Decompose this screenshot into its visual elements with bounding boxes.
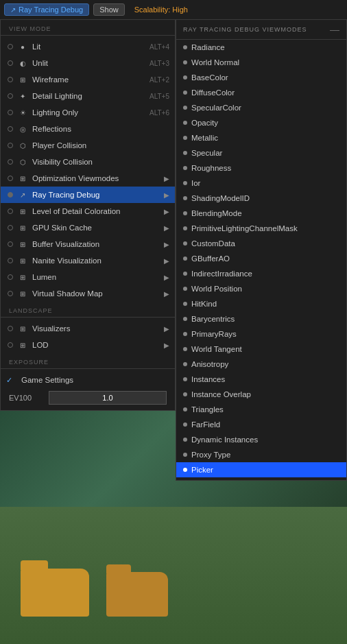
- menu-item-virtual-shadow-map[interactable]: ⊞ Virtual Shadow Map ▶: [1, 285, 175, 302]
- menu-item-optimization-viewmodes[interactable]: ⊞ Optimization Viewmodes ▶: [1, 170, 175, 187]
- nanite-viz-icon: ⊞: [17, 255, 28, 266]
- detail-lighting-shortcut: ALT+5: [149, 93, 169, 100]
- specular-dot: [183, 151, 187, 155]
- right-item-dynamic-instances[interactable]: Dynamic Instances: [176, 432, 346, 447]
- far-field-dot: [183, 422, 187, 427]
- menu-item-lumen[interactable]: ⊞ Lumen ▶: [1, 269, 175, 285]
- primitive-lighting-dot: [183, 226, 187, 230]
- detail-lighting-label: Detail Lighting: [32, 92, 145, 100]
- anisotropy-label: Anisotropy: [191, 360, 228, 368]
- right-item-opacity[interactable]: Opacity: [176, 115, 346, 130]
- menu-item-detail-lighting[interactable]: ✦ Detail Lighting ALT+5: [1, 88, 175, 104]
- specular-color-dot: [183, 106, 187, 110]
- right-item-hit-kind[interactable]: HitKind: [176, 296, 346, 311]
- optimization-icon: ⊞: [17, 173, 28, 184]
- right-item-proxy-type[interactable]: Proxy Type: [176, 447, 346, 462]
- gpu-skin-label: GPU Skin Cache: [32, 224, 157, 232]
- menu-item-game-settings[interactable]: ✓ Game Settings: [1, 372, 175, 388]
- right-item-base-color[interactable]: BaseColor: [176, 70, 346, 85]
- right-item-world-normal[interactable]: World Normal: [176, 55, 346, 70]
- menu-item-buffer-visualization[interactable]: ⊞ Buffer Visualization ▶: [1, 236, 175, 252]
- world-normal-label: World Normal: [191, 58, 239, 67]
- menu-item-unlit[interactable]: ◐ Unlit ALT+3: [1, 55, 175, 71]
- toolbar: ↗ Ray Tracing Debug Show Scalability: Hi…: [0, 0, 347, 19]
- visibility-collision-dot: [8, 159, 13, 165]
- shading-model-label: ShadingModelID: [191, 194, 250, 202]
- ior-dot: [183, 181, 187, 185]
- specular-label: Specular: [191, 149, 222, 157]
- optimization-label: Optimization Viewmodes: [32, 174, 157, 182]
- ev100-input[interactable]: [49, 391, 167, 405]
- right-item-primitive-lighting[interactable]: PrimitiveLightingChannelMask: [176, 221, 346, 236]
- show-button[interactable]: Show: [93, 3, 125, 16]
- dynamic-instances-dot: [183, 438, 187, 442]
- gpu-skin-dot: [8, 225, 13, 230]
- instance-overlap-label: Instance Overlap: [191, 390, 251, 398]
- scene-folder2: [106, 572, 168, 617]
- menu-item-lod[interactable]: ⊞ LOD ▶: [1, 337, 175, 353]
- player-collision-dot: [8, 143, 13, 148]
- right-item-custom-data[interactable]: CustomData: [176, 236, 346, 251]
- right-item-shading-model-id[interactable]: ShadingModelID: [176, 191, 346, 206]
- right-item-specular[interactable]: Specular: [176, 145, 346, 160]
- right-item-picker[interactable]: Picker: [176, 462, 346, 477]
- lod-icon: ⊞: [17, 339, 28, 350]
- world-position-label: World Position: [191, 285, 242, 293]
- reflections-icon: ◎: [17, 123, 28, 134]
- menu-item-visualizers[interactable]: ⊞ Visualizers ▶: [1, 320, 175, 337]
- picker-dot: [183, 468, 187, 472]
- hit-kind-label: HitKind: [191, 300, 217, 308]
- menu-item-reflections[interactable]: ◎ Reflections: [1, 121, 175, 137]
- right-item-blending-mode[interactable]: BlendingMode: [176, 206, 346, 221]
- menu-item-visibility-collision[interactable]: ⬡ Visibility Collision: [1, 154, 175, 170]
- buffer-viz-dot: [8, 241, 13, 247]
- right-item-primary-rays[interactable]: PrimaryRays: [176, 326, 346, 342]
- opacity-dot: [183, 121, 187, 125]
- menu-item-player-collision[interactable]: ⬡ Player Collision: [1, 137, 175, 154]
- exposure-divider: [1, 368, 175, 369]
- menu-item-wireframe[interactable]: ⊞ Wireframe ALT+2: [1, 71, 175, 88]
- triangles-dot: [183, 407, 187, 412]
- right-item-instance-overlap[interactable]: Instance Overlap: [176, 387, 346, 402]
- metallic-label: Metallic: [191, 134, 218, 142]
- menu-item-gpu-skin-cache[interactable]: ⊞ GPU Skin Cache ▶: [1, 219, 175, 236]
- proxy-type-dot: [183, 453, 187, 457]
- right-item-triangles[interactable]: Triangles: [176, 402, 346, 417]
- right-item-diffuse-color[interactable]: DiffuseColor: [176, 85, 346, 100]
- right-item-gbuffer-ao[interactable]: GBufferAO: [176, 251, 346, 266]
- barycentrics-label: Barycentrics: [191, 315, 235, 323]
- right-item-instances[interactable]: Instances: [176, 372, 346, 387]
- right-item-radiance[interactable]: Radiance: [176, 40, 346, 55]
- right-item-barycentrics[interactable]: Barycentrics: [176, 311, 346, 326]
- right-item-specular-color[interactable]: SpecularColor: [176, 100, 346, 115]
- right-item-anisotropy[interactable]: Anisotropy: [176, 357, 346, 372]
- scalability-button[interactable]: Scalability: High: [129, 4, 193, 15]
- world-tangent-label: World Tangent: [191, 345, 242, 353]
- right-item-world-position[interactable]: World Position: [176, 281, 346, 296]
- ray-tracing-debug-icon: ↗: [17, 189, 28, 200]
- radiance-dot: [183, 45, 187, 49]
- right-item-indirect-irradiance[interactable]: IndirectIrradiance: [176, 266, 346, 281]
- right-item-metallic[interactable]: Metallic: [176, 130, 346, 145]
- view-mode-divider: [1, 35, 175, 36]
- far-field-label: FarField: [191, 420, 220, 429]
- wireframe-label: Wireframe: [32, 75, 145, 84]
- game-settings-label: Game Settings: [21, 376, 169, 384]
- custom-data-dot: [183, 241, 187, 246]
- menu-item-ray-tracing-debug[interactable]: ↗ Ray Tracing Debug ▶: [1, 187, 175, 203]
- buffer-viz-icon: ⊞: [17, 239, 28, 250]
- menu-item-lod-coloration[interactable]: ⊞ Level of Detail Coloration ▶: [1, 203, 175, 219]
- right-item-ior[interactable]: Ior: [176, 176, 346, 191]
- menu-item-lighting-only[interactable]: ☀ Lighting Only ALT+6: [1, 104, 175, 121]
- right-menu: RAY TRACING DEBUG VIEWMODES — Radiance W…: [176, 19, 347, 481]
- lod-arrow: ▶: [164, 342, 169, 349]
- right-item-far-field[interactable]: FarField: [176, 417, 346, 432]
- mode-button[interactable]: ↗ Ray Tracing Debug: [4, 3, 89, 16]
- menu-item-nanite-visualization[interactable]: ⊞ Nanite Visualization ▶: [1, 252, 175, 269]
- right-item-roughness[interactable]: Roughness: [176, 160, 346, 176]
- right-item-world-tangent[interactable]: World Tangent: [176, 342, 346, 357]
- menu-item-lit[interactable]: ● Lit ALT+4: [1, 38, 175, 55]
- blending-mode-label: BlendingMode: [191, 209, 242, 217]
- optimization-arrow: ▶: [164, 175, 169, 182]
- gpu-skin-arrow: ▶: [164, 224, 169, 232]
